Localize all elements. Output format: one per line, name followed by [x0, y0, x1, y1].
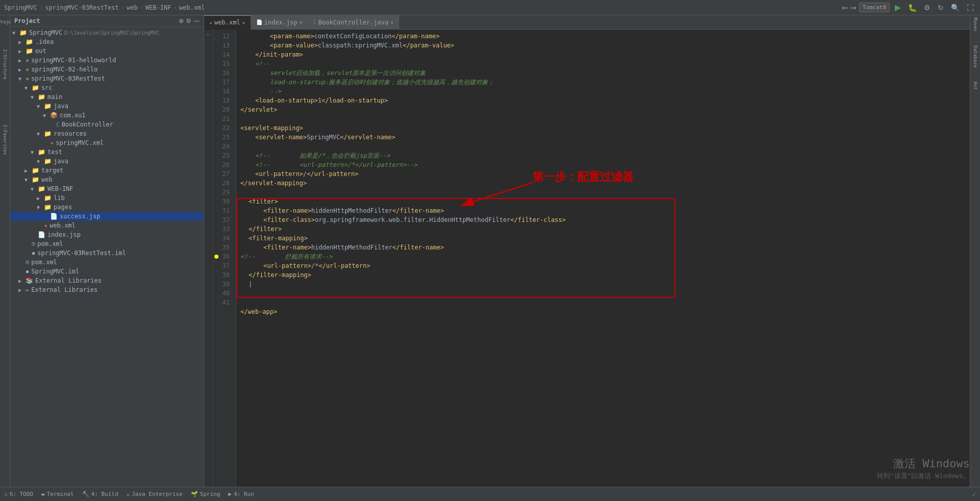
out-arrow: ▶: [18, 48, 24, 54]
panel-add-button[interactable]: ⊕: [179, 17, 184, 24]
navigate-back-icon[interactable]: ⟵: [843, 3, 848, 12]
tree-idea[interactable]: ▶ 📁 .idea: [10, 37, 204, 46]
tree-target[interactable]: ▶ 📁 target: [10, 166, 204, 175]
todo-button[interactable]: ⚠ 6: TODO: [4, 491, 33, 497]
breadcrumb-project[interactable]: springMVC-03RestTest: [45, 4, 119, 11]
root-arrow: ▼: [12, 30, 18, 36]
settings-icon[interactable]: ⚙: [922, 3, 933, 13]
navigate-forward-icon[interactable]: ⟶: [851, 3, 856, 12]
tab-webxml[interactable]: ✦ web.xml ✕: [204, 15, 251, 30]
target-icon: 📁: [32, 167, 39, 174]
tree-pomxml2[interactable]: ▶ m pom.xml: [10, 258, 204, 267]
tree-root[interactable]: ▼ 📁 SpringMVC D:\Java\ssm\SpringMVC\Spri…: [10, 28, 204, 37]
breadcrumb-webxml[interactable]: web.xml: [179, 4, 205, 11]
web-label: web: [41, 176, 53, 183]
spring-label: Spring: [200, 491, 220, 497]
springmvc01-label: springMVC-01-helloworld: [31, 57, 116, 64]
tree-out[interactable]: ▶ 📁 out: [10, 46, 204, 56]
javaenterprise-button[interactable]: ☕ Java Enterprise: [127, 491, 183, 497]
tree-iml[interactable]: ▶ ▪ springMVC-03RestTest.iml: [10, 248, 204, 258]
structure-icon[interactable]: 2:Structure: [3, 47, 8, 82]
maven-icon[interactable]: Maven: [971, 15, 980, 33]
refresh-icon[interactable]: ↻: [936, 3, 946, 13]
breadcrumb: SpringMVC › springMVC-03RestTest › web ›…: [4, 4, 205, 11]
tree-pomxml[interactable]: ▶ m pom.xml: [10, 239, 204, 248]
tree-springmvc02[interactable]: ▶ ▪ springMVC-02-hello: [10, 65, 204, 74]
breadcrumb-web[interactable]: web: [127, 4, 138, 11]
springmvcxml-icon: ✦: [50, 139, 54, 146]
tree-springmvc03[interactable]: ▼ ▪ springMVC-03RestTest: [10, 74, 204, 83]
check-icon: ✓: [972, 491, 976, 498]
java2-label: java: [54, 158, 68, 165]
tabs-bar: ✦ web.xml ✕ 📄 index.jsp ✕ C BookControll…: [204, 15, 970, 30]
run-panel-button[interactable]: ▶ 4: Run: [228, 491, 254, 497]
code-line-32: <filter-class>org.springframework.web.fi…: [240, 215, 966, 224]
tree-resources[interactable]: ▼ 📁 resources: [10, 129, 204, 138]
search-icon[interactable]: 🔍: [949, 3, 962, 13]
code-line-22: <servlet-mapping>: [240, 123, 966, 133]
tree-indexjsp[interactable]: ▶ 📄 index.jsp: [10, 230, 204, 239]
tab-bookcontroller[interactable]: C BookController.java ✕: [308, 15, 399, 30]
tree-webinf[interactable]: ▼ 📁 WEB-INF: [10, 184, 204, 193]
code-line-21: [240, 114, 966, 123]
tab-indexjsp[interactable]: 📄 index.jsp ✕: [251, 15, 308, 30]
tree-lib[interactable]: ▶ 📁 lib: [10, 193, 204, 203]
tree-springmvciml[interactable]: ▶ ▪ SpringMVC.iml: [10, 267, 204, 276]
tree-springmvcxml[interactable]: ▶ ✦ springMVC.xml: [10, 138, 204, 147]
terminal-button[interactable]: ▬ Terminal: [41, 491, 74, 497]
bookcontroller-tab-close[interactable]: ✕: [390, 19, 394, 25]
run-panel-label: 4: Run: [234, 491, 254, 497]
code-line-40: [240, 289, 966, 298]
tree-successjsp[interactable]: ▶ 📄 success.jsp: [10, 212, 204, 221]
webinf-label: WEB-INF: [47, 185, 74, 192]
resources-icon: 📁: [44, 130, 52, 137]
main-icon: 📁: [38, 93, 45, 101]
run-button[interactable]: ▶: [893, 2, 903, 13]
tree-java2[interactable]: ▼ 📁 java: [10, 157, 204, 166]
tree-java[interactable]: ▼ 📁 java: [10, 102, 204, 111]
indexjsp-tab-close[interactable]: ✕: [300, 19, 303, 25]
out-label: out: [35, 47, 46, 55]
code-line-37: <url-pattern>/*</url-pattern>: [240, 261, 966, 270]
tree-src[interactable]: ▼ 📁 src: [10, 83, 204, 92]
extlibs-icon: 📚: [26, 277, 33, 284]
code-line-16: servlet启动加载，servlet原本是第一次访问创建对象: [240, 68, 966, 78]
webxml-tab-close[interactable]: ✕: [242, 20, 246, 26]
extlibs-label: External Libraries: [35, 277, 102, 284]
webxml-tab-icon: ✦: [209, 20, 212, 26]
spring-button[interactable]: 🌱 Spring: [191, 491, 220, 497]
tree-web[interactable]: ▼ 📁 web: [10, 175, 204, 184]
tree-springmvc01[interactable]: ▶ ▪ springMVC-01-helloworld: [10, 56, 204, 65]
tree-scratches[interactable]: ▶ ✏ External Libraries: [10, 285, 204, 294]
tree-test[interactable]: ▼ 📁 test: [10, 147, 204, 157]
tree-main[interactable]: ▼ 📁 main: [10, 92, 204, 102]
project-panel: Project ⊕ ⚙ — ▼ 📁 SpringMVC D:\Java\ssm\…: [10, 15, 204, 501]
debug-button[interactable]: 🐛: [906, 3, 919, 13]
code-line-18: -->: [240, 87, 966, 96]
webxml-tab-label: web.xml: [214, 19, 240, 26]
favorites-icon[interactable]: 2:Favorites: [3, 122, 8, 157]
springmvc02-label: springMVC-02-hello: [31, 66, 97, 73]
database-icon[interactable]: Database: [971, 43, 980, 69]
tomcat-selector[interactable]: Tomcat8: [859, 3, 890, 12]
breadcrumb-springmvc[interactable]: SpringMVC: [4, 4, 37, 11]
successjsp-label: success.jsp: [60, 213, 100, 220]
ant-icon[interactable]: Ant: [971, 80, 980, 92]
tree-pages[interactable]: ▼ 📁 pages: [10, 203, 204, 212]
terminal-icon: ▬: [41, 491, 45, 497]
springmvc03-arrow: ▼: [18, 76, 24, 82]
breadcrumb-webinf[interactable]: WEB-INF: [145, 4, 172, 11]
tree-package[interactable]: ▼ 📦 com.xu1: [10, 111, 204, 120]
tree-extlibs[interactable]: ▶ 📚 External Libraries: [10, 276, 204, 285]
panel-minimize-button[interactable]: —: [193, 17, 200, 24]
maximize-icon[interactable]: ⛶: [965, 3, 976, 13]
bookcontroller-label: BookController: [62, 121, 113, 128]
code-line-41: [240, 298, 966, 307]
tree-bookcontroller[interactable]: ▶ C BookController: [10, 120, 204, 129]
code-content[interactable]: <param-name>contextConfigLocation</param…: [236, 30, 970, 492]
build-button[interactable]: 🔨 4: Build: [82, 491, 118, 497]
code-line-24: [240, 142, 966, 151]
tree-webxml[interactable]: ▶ ✦ web.xml: [10, 221, 204, 230]
panel-settings-button[interactable]: ⚙: [186, 17, 191, 24]
right-sidebar: Maven Database Ant: [970, 15, 980, 501]
